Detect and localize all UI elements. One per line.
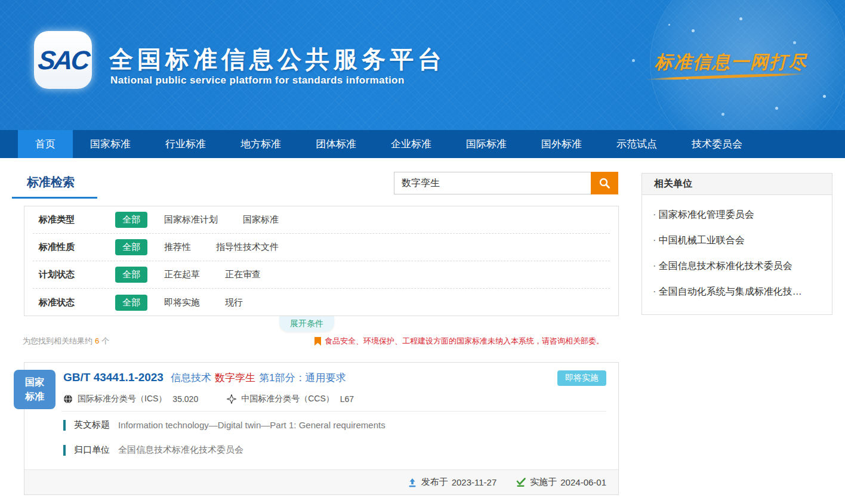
filter-row-plan-status: 计划状态 全部 正在起草 正在审查	[33, 261, 610, 289]
nav-item-technical-committee[interactable]: 技术委员会	[674, 130, 760, 158]
ics-value: 35.020	[172, 394, 198, 404]
implement-date: 2024-06-01	[560, 477, 606, 487]
implement-date-item: 实施于 2024-06-01	[516, 477, 606, 488]
status-badge: 即将实施	[557, 370, 606, 386]
nav-item-national-standards[interactable]: 国家标准	[73, 130, 148, 158]
filter-label: 标准状态	[39, 297, 87, 308]
nav-item-international-standards[interactable]: 国际标准	[449, 130, 524, 158]
ccs-value: L67	[340, 394, 354, 404]
magnifier-icon	[599, 177, 610, 189]
related-unit-link[interactable]: 全国自动化系统与集成标准化技…	[650, 279, 824, 305]
result-count-prefix: 为您找到相关结果约	[23, 336, 92, 345]
ics-item: 国际标准分类号（ICS） 35.020	[63, 394, 198, 404]
compass-icon	[227, 394, 236, 404]
committee-value: 全国信息技术标准化技术委员会	[118, 444, 243, 456]
publish-upload-icon	[408, 478, 417, 487]
standard-code: GB/T 43441.1-2023	[63, 371, 164, 384]
filter-option[interactable]: 正在审查	[225, 269, 261, 280]
english-title-value: Information technology—Digital twin—Part…	[118, 420, 386, 430]
standard-type-badge: 国家 标准	[14, 370, 55, 409]
filter-option[interactable]: 国家标准	[243, 214, 279, 225]
related-unit-link[interactable]: 全国信息技术标准化技术委员会	[650, 253, 824, 279]
committee-label: 归口单位	[74, 444, 110, 456]
search-button[interactable]	[591, 172, 618, 194]
related-units-panel: 相关单位 国家标准化管理委员会 中国机械工业联合会 全国信息技术标准化技术委员会…	[642, 173, 832, 315]
filter-row-standard-type: 标准类型 全部 国家标准计划 国家标准	[33, 206, 610, 234]
badge-line1: 国家	[14, 375, 55, 389]
standard-title-part1: 信息技术	[171, 372, 211, 384]
teal-marker	[63, 420, 66, 431]
implement-label: 实施于	[530, 477, 557, 488]
english-title-row: 英文标题 Information technology—Digital twin…	[63, 419, 386, 431]
standard-result-card: 国家 标准 GB/T 43441.1-2023信息技术数字孪生第1部分：通用要求…	[24, 362, 619, 495]
filter-panel: 标准类型 全部 国家标准计划 国家标准 标准性质 全部 推荐性 指导性技术文件 …	[24, 206, 619, 316]
filter-label: 标准类型	[39, 214, 87, 225]
filter-label: 标准性质	[39, 242, 87, 253]
nav-item-group-standards[interactable]: 团体标准	[298, 130, 374, 158]
filter-row-standard-status: 标准状态 全部 即将实施 现行	[33, 289, 610, 316]
decorative-dots	[668, 24, 670, 26]
result-count-text: 为您找到相关结果约6个	[23, 336, 109, 347]
filter-all-button[interactable]: 全部	[115, 267, 147, 283]
notice-text: 食品安全、环境保护、工程建设方面的国家标准未纳入本系统，请咨询相关部委。	[325, 336, 604, 347]
bookmark-icon	[314, 337, 321, 346]
nav-item-local-standards[interactable]: 地方标准	[223, 130, 298, 158]
committee-row: 归口单位 全国信息技术标准化技术委员会	[63, 444, 243, 456]
slogan-text: 标准信息一网打尽	[647, 50, 815, 75]
sac-logo-text: SAC	[36, 45, 90, 75]
expand-conditions-button[interactable]: 展开条件	[279, 316, 334, 332]
filter-option[interactable]: 现行	[225, 297, 243, 308]
main-nav: 首页 国家标准 行业标准 地方标准 团体标准 企业标准 国际标准 国外标准 示范…	[0, 130, 845, 158]
page: SAC 全国标准信息公共服务平台 National public service…	[0, 0, 845, 504]
publish-date-item: 发布于 2023-11-27	[408, 477, 497, 488]
result-count-suffix: 个	[101, 336, 109, 345]
header-banner: SAC 全国标准信息公共服务平台 National public service…	[0, 0, 845, 130]
filter-option[interactable]: 正在起草	[164, 269, 200, 280]
search-input[interactable]	[394, 172, 591, 194]
badge-line2: 标准	[14, 389, 55, 404]
filter-all-button[interactable]: 全部	[115, 212, 147, 228]
nav-item-foreign-standards[interactable]: 国外标准	[524, 130, 599, 158]
sac-logo[interactable]: SAC	[34, 31, 92, 89]
site-title: 全国标准信息公共服务平台	[109, 43, 446, 76]
filter-option[interactable]: 即将实施	[164, 297, 200, 308]
related-units-list: 国家标准化管理委员会 中国机械工业联合会 全国信息技术标准化技术委员会 全国自动…	[642, 195, 832, 315]
filter-option[interactable]: 指导性技术文件	[216, 242, 279, 253]
ccs-label: 中国标准分类号（CCS）	[241, 394, 334, 404]
related-unit-link[interactable]: 国家标准化管理委员会	[650, 202, 824, 228]
nav-item-home[interactable]: 首页	[18, 130, 73, 158]
system-notice: 食品安全、环境保护、工程建设方面的国家标准未纳入本系统，请咨询相关部委。	[314, 336, 604, 347]
filter-option[interactable]: 国家标准计划	[164, 214, 218, 225]
teal-marker	[63, 445, 66, 456]
filter-all-button[interactable]: 全部	[115, 239, 147, 255]
ccs-item: 中国标准分类号（CCS） L67	[227, 394, 354, 404]
site-subtitle: National public service platform for sta…	[110, 75, 405, 86]
ics-label: 国际标准分类号（ICS）	[78, 394, 166, 404]
standard-search-tab[interactable]: 标准检索	[27, 174, 75, 190]
classification-row: 国际标准分类号（ICS） 35.020 中国标准分类号（CCS） L67	[63, 394, 383, 404]
nav-item-enterprise-standards[interactable]: 企业标准	[374, 130, 449, 158]
standard-title-highlight: 数字孪生	[215, 372, 255, 384]
filter-all-button[interactable]: 全部	[115, 295, 147, 311]
implement-check-icon	[516, 478, 526, 487]
filter-option[interactable]: 推荐性	[164, 242, 191, 253]
publish-date: 2023-11-27	[452, 477, 497, 487]
nav-item-industry-standards[interactable]: 行业标准	[148, 130, 223, 158]
filter-label: 计划状态	[39, 269, 87, 280]
tab-underline	[12, 197, 97, 199]
standard-title-part2: 第1部分：通用要求	[259, 372, 346, 384]
related-unit-link[interactable]: 中国机械工业联合会	[650, 228, 824, 253]
publish-label: 发布于	[421, 477, 448, 488]
card-footer: 发布于 2023-11-27 实施于 2024-06-01	[24, 469, 618, 494]
result-count-number: 6	[95, 336, 99, 345]
globe-icon	[63, 394, 73, 404]
nav-item-pilot[interactable]: 示范试点	[599, 130, 674, 158]
related-units-title: 相关单位	[642, 173, 832, 195]
standard-title-link[interactable]: GB/T 43441.1-2023信息技术数字孪生第1部分：通用要求	[63, 371, 346, 385]
card-separator	[61, 411, 606, 412]
english-title-label: 英文标题	[74, 419, 110, 431]
filter-row-standard-nature: 标准性质 全部 推荐性 指导性技术文件	[33, 234, 610, 261]
